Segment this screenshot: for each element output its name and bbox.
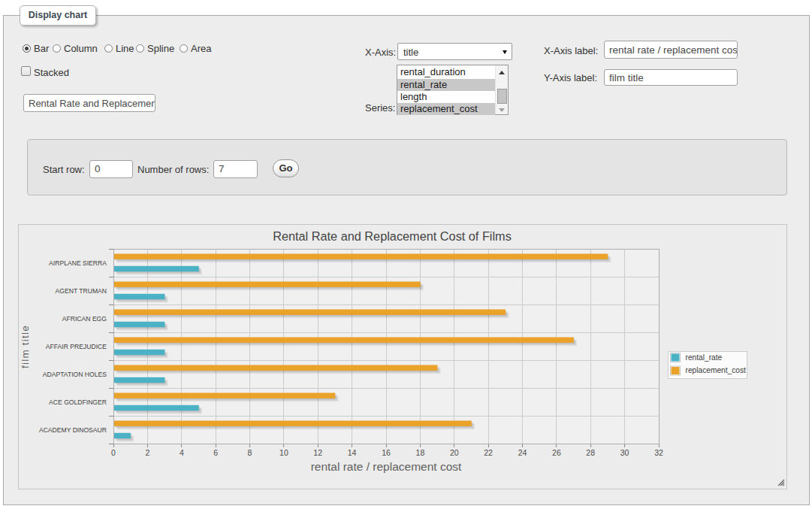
svg-text:replacement_cost: replacement_cost — [686, 366, 747, 374]
svg-text:AFFAIR PREJUDICE: AFFAIR PREJUDICE — [46, 343, 107, 350]
svg-text:10: 10 — [279, 448, 288, 457]
svg-text:32: 32 — [654, 448, 663, 457]
svg-text:22: 22 — [484, 448, 493, 457]
svg-text:film title: film title — [20, 325, 31, 368]
svg-text:AIRPLANE SIERRA: AIRPLANE SIERRA — [49, 259, 107, 267]
svg-text:rental_rate: rental_rate — [686, 353, 723, 362]
svg-text:ADAPTATION HOLES: ADAPTATION HOLES — [43, 371, 107, 378]
svg-text:16: 16 — [382, 448, 391, 457]
svg-text:Rental Rate and Replacement Co: Rental Rate and Replacement Cost of Film… — [273, 229, 512, 243]
svg-text:14: 14 — [348, 448, 357, 457]
svg-text:AFRICAN EGG: AFRICAN EGG — [62, 315, 107, 323]
svg-text:2: 2 — [145, 448, 149, 457]
svg-text:12: 12 — [313, 448, 322, 457]
svg-text:0: 0 — [111, 448, 116, 457]
svg-text:24: 24 — [518, 448, 527, 457]
svg-text:AGENT TRUMAN: AGENT TRUMAN — [56, 287, 107, 295]
svg-text:4: 4 — [180, 448, 184, 457]
svg-text:rental rate / replacement cost: rental rate / replacement cost — [311, 460, 462, 473]
svg-text:28: 28 — [586, 448, 595, 457]
svg-text:6: 6 — [213, 448, 218, 457]
svg-text:ACE GOLDFINGER: ACE GOLDFINGER — [49, 398, 107, 406]
svg-text:26: 26 — [552, 448, 561, 457]
svg-text:30: 30 — [620, 448, 629, 457]
svg-text:8: 8 — [248, 448, 252, 457]
svg-text:18: 18 — [416, 448, 425, 457]
svg-text:ACADEMY DINOSAUR: ACADEMY DINOSAUR — [39, 426, 107, 434]
svg-text:20: 20 — [450, 448, 459, 457]
